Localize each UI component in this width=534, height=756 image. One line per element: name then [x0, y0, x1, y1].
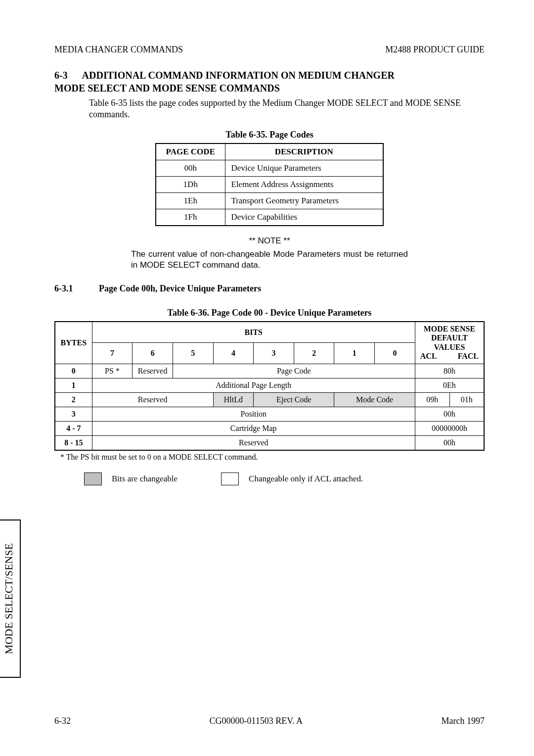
- swatch-changeable-icon: [84, 472, 102, 485]
- legend: Bits are changeable Changeable only if A…: [84, 472, 485, 485]
- note-title: ** NOTE **: [54, 236, 485, 246]
- legend-acl: Changeable only if ACL attached.: [249, 474, 363, 484]
- footer-docid: CG00000-011503 REV. A: [209, 716, 303, 726]
- table-35-caption: Table 6-35. Page Codes: [54, 130, 485, 140]
- bits-header: BITS: [92, 322, 415, 343]
- section-intro: Table 6-35 lists the page codes supporte…: [89, 97, 485, 121]
- table-row: 3 Position 00h: [55, 407, 484, 421]
- mode-sense-header: MODE SENSE DEFAULT VALUES ACL FACL: [415, 322, 484, 364]
- running-header: MEDIA CHANGER COMMANDS M2488 PRODUCT GUI…: [54, 45, 485, 55]
- col-header-code: PAGE CODE: [156, 143, 225, 160]
- header-left: MEDIA CHANGER COMMANDS: [54, 45, 183, 55]
- running-footer: 6-32 CG00000-011503 REV. A March 1997: [54, 716, 485, 726]
- table-row: 8 - 15 Reserved 00h: [55, 435, 484, 450]
- table-footnote: * The PS bit must be set to 0 on a MODE …: [60, 453, 485, 462]
- col-header-desc: DESCRIPTION: [225, 143, 383, 160]
- table-row: 4 - 7 Cartridge Map 00000000h: [55, 421, 484, 435]
- table-row: PAGE CODE DESCRIPTION: [156, 143, 383, 160]
- table-row: BYTES BITS MODE SENSE DEFAULT VALUES ACL…: [55, 322, 484, 343]
- table-row: 1EhTransport Geometry Parameters: [156, 192, 383, 209]
- table-36: BYTES BITS MODE SENSE DEFAULT VALUES ACL…: [54, 321, 485, 451]
- subsection-title: Page Code 00h, Device Unique Parameters: [99, 284, 261, 294]
- table-row: 2 Reserved HltLd Eject Code Mode Code 09…: [55, 392, 484, 407]
- table-row: 1DhElement Address Assignments: [156, 176, 383, 192]
- table-row: 00hDevice Unique Parameters: [156, 160, 383, 176]
- section-heading: 6-3 ADDITIONAL COMMAND INFORMATION ON ME…: [54, 69, 485, 94]
- swatch-acl-icon: [221, 472, 239, 485]
- bytes-header: BYTES: [55, 322, 92, 364]
- subsection-heading: 6-3.1 Page Code 00h, Device Unique Param…: [54, 284, 485, 294]
- table-row: 1FhDevice Capabilities: [156, 209, 383, 226]
- subsection-number: 6-3.1: [54, 284, 99, 294]
- table-row: 0 PS * Reserved Page Code 80h: [55, 364, 484, 378]
- table-35: PAGE CODE DESCRIPTION 00hDevice Unique P…: [155, 143, 384, 226]
- table-36-caption: Table 6-36. Page Code 00 - Device Unique…: [54, 308, 485, 318]
- header-right: M2488 PRODUCT GUIDE: [385, 45, 485, 55]
- page-content: MEDIA CHANGER COMMANDS M2488 PRODUCT GUI…: [0, 0, 534, 756]
- note-body: The current value of non-changeable Mode…: [131, 249, 408, 271]
- legend-changeable: Bits are changeable: [112, 474, 178, 484]
- table-row: 1 Additional Page Length 0Eh: [55, 378, 484, 392]
- footer-date: March 1997: [442, 716, 485, 726]
- footer-page: 6-32: [54, 716, 71, 726]
